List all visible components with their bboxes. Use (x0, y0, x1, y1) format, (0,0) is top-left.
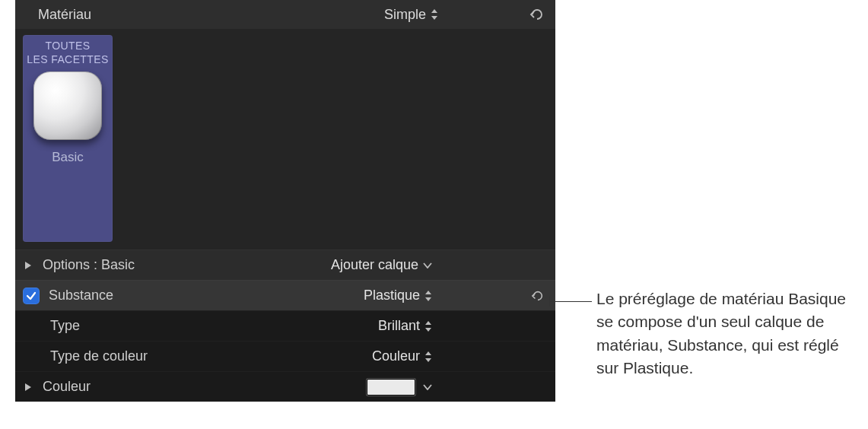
color-value-group (367, 379, 432, 396)
updown-icon (424, 321, 432, 332)
updown-icon (431, 9, 438, 20)
add-layer-dropdown[interactable]: Ajouter calque (326, 257, 432, 273)
material-panel: Matériau Simple TOUTES LES FACETTES Basi… (15, 0, 555, 402)
undo-icon (529, 8, 545, 21)
color-type-label: Type de couleur (50, 348, 148, 364)
disclosure-triangle[interactable] (21, 261, 35, 270)
preset-dropdown[interactable]: Simple (384, 7, 438, 23)
color-type-dropdown[interactable]: Couleur (326, 348, 432, 364)
substance-label: Substance (49, 288, 113, 303)
color-label: Couleur (43, 379, 91, 395)
options-row: Options : Basic Ajouter calque (15, 249, 555, 280)
type-dropdown[interactable]: Brillant (326, 318, 432, 334)
color-type-value: Couleur (372, 348, 420, 364)
material-preview (31, 69, 104, 142)
substance-reset[interactable] (523, 290, 545, 302)
callout-leader-line (549, 301, 592, 302)
substance-dropdown[interactable]: Plastique (326, 288, 432, 303)
callout-text: Le préréglage de matériau Basique se com… (596, 288, 847, 380)
disclosure-triangle[interactable] (21, 383, 35, 392)
color-swatch[interactable] (367, 379, 415, 396)
substance-value: Plastique (364, 288, 420, 303)
substance-checkbox[interactable] (23, 288, 40, 304)
preset-value: Simple (384, 7, 426, 23)
color-row: Couleur (15, 371, 555, 402)
type-label: Type (50, 318, 80, 334)
type-row: Type Brillant (15, 310, 555, 341)
material-header: Matériau Simple (15, 0, 555, 29)
material-swatch-card[interactable]: TOUTES LES FACETTES Basic (23, 35, 113, 242)
chevron-down-icon[interactable] (423, 384, 432, 390)
color-type-row: Type de couleur Couleur (15, 341, 555, 371)
reset-button[interactable] (529, 8, 545, 21)
swatch-facets-label: TOUTES LES FACETTES (27, 40, 109, 66)
add-layer-label: Ajouter calque (331, 257, 418, 273)
updown-icon (424, 291, 432, 301)
material-swatch-area: TOUTES LES FACETTES Basic (15, 29, 555, 249)
undo-icon (531, 290, 545, 302)
chevron-down-icon (423, 262, 432, 269)
material-name: Basic (52, 150, 84, 165)
material-sphere-icon (33, 72, 102, 140)
updown-icon (424, 351, 432, 362)
substance-row: Substance Plastique (15, 280, 555, 310)
options-label: Options : Basic (43, 257, 135, 273)
type-value: Brillant (378, 318, 420, 334)
material-title: Matériau (38, 7, 91, 23)
